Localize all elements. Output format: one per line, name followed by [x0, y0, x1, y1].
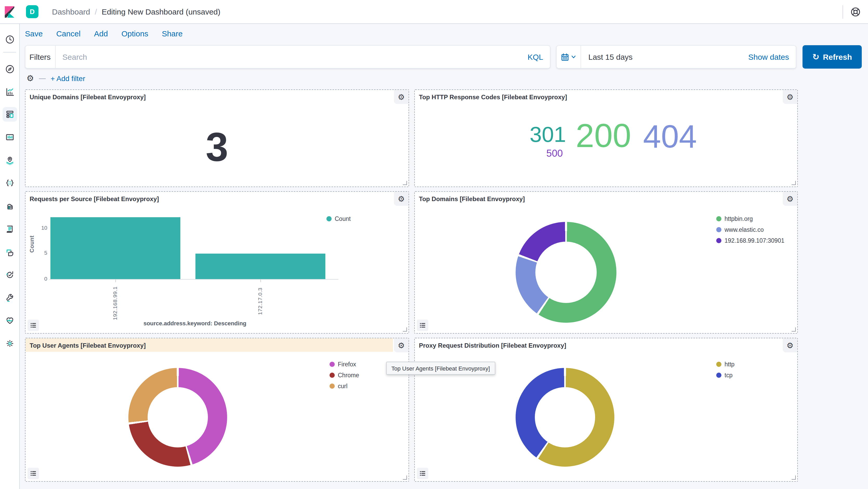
sidebar-item-dashboard[interactable] — [2, 107, 17, 122]
tag-500[interactable]: 500 — [546, 149, 563, 158]
chevron-down-icon — [571, 55, 576, 59]
breadcrumb-separator: / — [95, 7, 97, 16]
legend-toggle-button[interactable] — [28, 468, 39, 479]
dashboard-toolbar: Save Cancel Add Options Share — [25, 29, 183, 38]
tag-404[interactable]: 404 — [643, 121, 697, 153]
panel-gear-icon[interactable]: ⚙ — [783, 192, 797, 206]
legend-item[interactable]: httpbin.org — [716, 216, 784, 222]
panel-top-user-agents[interactable]: Top User Agents [Filebeat Envoyproxy] ⚙ … — [25, 338, 409, 482]
cancel-button[interactable]: Cancel — [56, 29, 80, 38]
sidebar-item-infrastructure[interactable] — [2, 199, 17, 214]
panel-gear-icon[interactable]: ⚙ — [394, 338, 408, 352]
options-button[interactable]: Options — [121, 29, 148, 38]
time-range-value[interactable]: Last 15 days — [588, 53, 632, 61]
resize-handle[interactable] — [792, 181, 796, 185]
legend-item[interactable]: curl — [330, 383, 359, 389]
panel-title[interactable]: Proxy Request Distribution [Filebeat Env… — [415, 338, 782, 352]
resize-handle[interactable] — [403, 327, 407, 331]
legend-toggle-button[interactable] — [417, 468, 428, 479]
panel-title[interactable]: Unique Domains [Filebeat Envoyproxy] — [26, 90, 393, 103]
show-dates-button[interactable]: Show dates — [748, 53, 789, 61]
y-tick: 5 — [37, 250, 47, 256]
page-title: Editing New Dashboard (unsaved) — [102, 7, 220, 16]
resize-handle[interactable] — [403, 476, 407, 480]
legend-swatch — [716, 216, 721, 221]
y-tick: 10 — [37, 225, 47, 231]
panel-gear-icon[interactable]: ⚙ — [783, 338, 797, 352]
panel-top-domains[interactable]: Top Domains [Filebeat Envoyproxy] ⚙ http… — [414, 191, 798, 334]
kql-language-button[interactable]: KQL — [528, 53, 551, 61]
metric-value: 3 — [206, 123, 228, 171]
sidebar-item-logs[interactable] — [2, 222, 17, 236]
legend-swatch — [330, 362, 335, 367]
proxy-distribution-donut[interactable] — [516, 368, 614, 467]
panel-title[interactable]: Top HTTP Response Codes [Filebeat Envoyp… — [415, 90, 782, 103]
save-button[interactable]: Save — [25, 29, 42, 38]
search-input[interactable]: Search — [56, 53, 528, 61]
sidebar-item-maps[interactable] — [2, 153, 17, 168]
sidebar-item-monitoring[interactable] — [2, 313, 17, 328]
sidebar-item-machine-learning[interactable] — [2, 176, 17, 190]
legend-item[interactable]: http — [716, 361, 735, 367]
legend-toggle-button[interactable] — [28, 320, 39, 331]
space-badge[interactable]: D — [26, 5, 38, 18]
life-ring-help-icon[interactable] — [850, 6, 861, 17]
bar-192-168-99-1[interactable] — [51, 217, 180, 279]
add-filter-button[interactable]: + Add filter — [51, 74, 85, 83]
legend-item[interactable]: Count — [327, 216, 350, 222]
refresh-button[interactable]: ↻ Refresh — [803, 45, 862, 69]
sidebar-item-canvas[interactable] — [2, 130, 17, 144]
add-button[interactable]: Add — [94, 29, 108, 38]
top-domains-donut[interactable] — [516, 222, 616, 323]
filter-options-gear-icon[interactable]: ⚙ — [27, 74, 34, 83]
tag-200[interactable]: 200 — [576, 119, 631, 152]
panel-response-codes[interactable]: Top HTTP Response Codes [Filebeat Envoyp… — [414, 89, 798, 187]
legend-item[interactable]: www.elastic.co — [716, 227, 784, 233]
tag-301[interactable]: 301 — [530, 124, 566, 145]
panel-gear-icon[interactable]: ⚙ — [394, 90, 408, 104]
sidebar-item-management[interactable] — [2, 336, 17, 351]
sidebar-item-uptime[interactable] — [2, 268, 17, 282]
panel-title[interactable]: Requests per Source [Filebeat Envoyproxy… — [26, 192, 393, 205]
nav-divider — [3, 52, 16, 53]
sidebar-item-dev-tools[interactable] — [2, 291, 17, 305]
main-content: Save Cancel Add Options Share Filters Se… — [19, 23, 868, 489]
resize-handle[interactable] — [792, 327, 796, 331]
top-user-agents-donut[interactable] — [128, 368, 227, 467]
resize-handle[interactable] — [792, 476, 796, 480]
panel-requests-per-source[interactable]: Requests per Source [Filebeat Envoyproxy… — [25, 191, 409, 334]
filters-button[interactable]: Filters — [25, 45, 56, 69]
filter-row: ⚙ + Add filter — [27, 74, 85, 83]
panel-title[interactable]: Top User Agents [Filebeat Envoyproxy] — [26, 338, 393, 352]
panel-gear-icon[interactable]: ⚙ — [783, 90, 797, 104]
left-navigation — [0, 23, 20, 489]
legend-item[interactable]: tcp — [716, 372, 735, 378]
kibana-logo-icon[interactable] — [5, 6, 15, 18]
time-picker: Last 15 days Show dates — [556, 45, 796, 69]
recent-clock-icon[interactable] — [2, 32, 17, 47]
sidebar-item-siem[interactable] — [2, 245, 17, 260]
chart-legend: http tcp — [716, 361, 735, 378]
legend-item[interactable]: Chrome — [330, 372, 359, 378]
bar-172-17-0-3[interactable] — [195, 253, 326, 279]
legend-toggle-button[interactable] — [417, 320, 428, 331]
panel-unique-domains[interactable]: Unique Domains [Filebeat Envoyproxy] ⚙ 3 — [25, 89, 409, 187]
x-axis-line — [50, 279, 338, 280]
legend-swatch — [716, 362, 721, 367]
breadcrumb-dashboard[interactable]: Dashboard — [52, 7, 90, 16]
panel-gear-icon[interactable]: ⚙ — [394, 192, 408, 206]
refresh-icon: ↻ — [812, 53, 819, 61]
legend-swatch — [327, 216, 332, 221]
legend-item[interactable]: 192.168.99.107:30901 — [716, 237, 784, 244]
calendar-menu-button[interactable] — [556, 45, 581, 69]
sidebar-item-discover[interactable] — [2, 62, 17, 76]
legend-swatch — [716, 372, 721, 378]
x-tick-label: 172.17.0.3 — [257, 284, 263, 315]
resize-handle[interactable] — [403, 181, 407, 185]
panel-proxy-distribution[interactable]: Proxy Request Distribution [Filebeat Env… — [414, 338, 798, 482]
legend-item[interactable]: Firefox — [330, 361, 359, 367]
sidebar-item-visualize[interactable] — [2, 85, 17, 99]
panel-title[interactable]: Top Domains [Filebeat Envoyproxy] — [415, 192, 782, 205]
top-header: D Dashboard / Editing New Dashboard (uns… — [0, 0, 868, 24]
share-button[interactable]: Share — [162, 29, 183, 38]
